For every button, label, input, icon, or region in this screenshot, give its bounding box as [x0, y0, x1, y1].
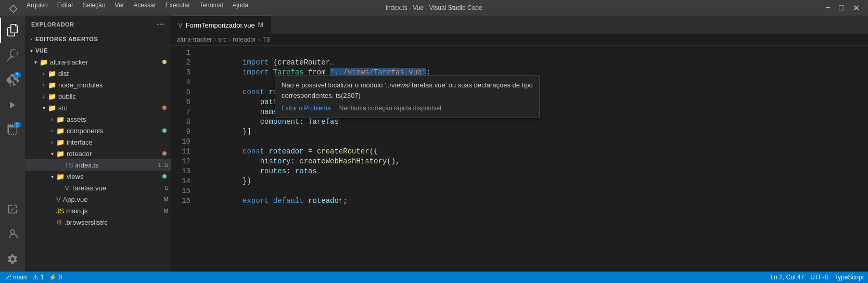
open-editors-label: EDITORES ABERTOS — [35, 36, 98, 42]
menu-ajuda[interactable]: Ajuda — [228, 1, 253, 15]
folder-icon-public: 📁 — [48, 93, 56, 100]
file-status-main: M — [164, 208, 169, 214]
activity-search[interactable] — [0, 43, 25, 68]
tooltip-show-problem[interactable]: Exibir o Problema — [282, 104, 331, 113]
git-badge: 7 — [14, 72, 21, 78]
tree-item-src[interactable]: ▾ 📁 src — [25, 102, 171, 113]
open-editors-section[interactable]: › EDITORES ABERTOS — [25, 33, 171, 45]
activity-remote[interactable] — [0, 197, 25, 222]
code-line-8: }] — [197, 117, 868, 127]
status-line-col[interactable]: Ln 2, Col 47 — [771, 274, 805, 281]
status-git-branch[interactable]: ⎇ main — [4, 274, 27, 281]
activity-explorer[interactable] — [0, 18, 25, 43]
status-errors[interactable]: ⚠ 1 ⚡ 0 — [33, 274, 62, 281]
editor-area: V FormTemporizador.vue M alura-tracker ›… — [171, 16, 868, 272]
status-dot-src — [162, 106, 167, 110]
vue-section[interactable]: ▾ VUE — [25, 45, 171, 56]
tree-item-roteador[interactable]: ▾ 📁 roteador — [25, 148, 171, 159]
tab-form-temporizador[interactable]: V FormTemporizador.vue M — [171, 16, 271, 34]
tree-item-components[interactable]: › 📁 components — [25, 125, 171, 136]
menu-selecao[interactable]: Seleção — [79, 1, 109, 15]
code-line-16 — [197, 196, 868, 206]
status-dot-alura-tracker — [162, 60, 167, 64]
extensions-badge: 2 — [14, 122, 21, 128]
breadcrumb-sep-1: › — [214, 36, 216, 43]
activity-settings[interactable] — [0, 247, 25, 272]
ts-icon-index: TS — [65, 161, 73, 169]
tree-item-app-vue[interactable]: V App.vue M — [25, 194, 171, 205]
folder-icon-node-modules: 📁 — [48, 81, 56, 89]
menu-acessar[interactable]: Acessar — [129, 1, 160, 15]
code-editor[interactable]: Não é possível localizar o módulo '../vi… — [171, 46, 868, 272]
breadcrumb-part-4[interactable]: TS — [262, 36, 270, 43]
status-dot-components — [162, 128, 167, 133]
code-line-2: import Tarefas from '../views/Tarefas.vu… — [197, 58, 868, 68]
folder-icon-src: 📁 — [48, 104, 56, 112]
tooltip-no-fix: Nenhuma correção rápida disponível — [339, 104, 441, 113]
window-controls[interactable]: − □ ✕ — [822, 3, 863, 13]
error-tooltip: Não é possível localizar o módulo '../vi… — [275, 75, 540, 118]
tree-item-index-ts[interactable]: TS index.ts 1, U — [25, 159, 171, 171]
folder-label-node-modules: node_modules — [58, 81, 103, 89]
folder-icon-alura-tracker: 📁 — [40, 58, 48, 66]
status-language[interactable]: TypeScript — [834, 274, 864, 281]
sidebar: EXPLORADOR ··· › EDITORES ABERTOS ▾ VUE … — [25, 16, 171, 272]
menu-vscode-icon[interactable]: ◇ — [5, 1, 21, 15]
folder-icon-interface: 📁 — [56, 138, 65, 146]
tree-item-public[interactable]: › 📁 public — [25, 91, 171, 102]
menu-ver[interactable]: Ver — [110, 1, 128, 15]
folder-icon-views: 📁 — [56, 173, 65, 181]
tab-label: FormTemporizador.vue — [186, 21, 255, 29]
tooltip-line2: correspondentes. ts(2307) — [282, 92, 361, 99]
status-right: Ln 2, Col 47 UTF-8 TypeScript — [771, 274, 864, 281]
menu-terminal[interactable]: Terminal — [195, 1, 227, 15]
sidebar-more-button[interactable]: ··· — [157, 20, 164, 29]
tree-item-views[interactable]: ▾ 📁 views — [25, 171, 171, 182]
code-line-10: const roteador = createRouter({ — [197, 137, 868, 147]
breadcrumb: alura-tracker › src › roteador › TS — [171, 34, 868, 46]
file-status-tarefas: U — [164, 185, 169, 191]
tree-item-browserslistrc[interactable]: ⚙ .browserslistrc — [25, 216, 171, 228]
file-label-index-ts: index.ts — [75, 161, 99, 169]
code-line-13: }) — [197, 166, 868, 176]
minimize-button[interactable]: − — [822, 3, 833, 13]
activity-extensions[interactable]: 2 — [0, 118, 25, 143]
menu-executar[interactable]: Executar — [161, 1, 194, 15]
config-icon-browserslistrc: ⚙ — [56, 218, 62, 226]
code-line-1: import {createRouter… — [197, 48, 868, 58]
tree-item-assets[interactable]: › 📁 assets — [25, 113, 171, 125]
file-label-tarefas-vue: Tarefas.vue — [71, 184, 106, 192]
maximize-button[interactable]: □ — [836, 3, 847, 13]
folder-label-interface: interface — [67, 138, 93, 146]
close-button[interactable]: ✕ — [850, 3, 863, 13]
file-label-browserslistrc: .browserslistrc — [65, 218, 108, 226]
status-encoding[interactable]: UTF-8 — [810, 274, 828, 281]
tree-item-main-js[interactable]: JS main.js M — [25, 205, 171, 216]
menu-editar[interactable]: Editar — [53, 1, 78, 15]
breadcrumb-part-3[interactable]: roteador — [233, 36, 256, 43]
breadcrumb-part-2[interactable]: src — [218, 36, 226, 43]
tree-item-tarefas-vue[interactable]: V Tarefas.vue U — [25, 182, 171, 194]
tooltip-message: Não é possível localizar o módulo '../vi… — [282, 80, 533, 100]
folder-label-roteador: roteador — [67, 150, 92, 158]
vue-icon-tarefas: V — [65, 184, 69, 192]
vue-icon-app: V — [56, 196, 61, 203]
activity-bottom — [0, 197, 25, 272]
open-editors-arrow: › — [27, 36, 35, 42]
line-numbers: 1 2 3 4 5 6 7 8 9 10 11 12 13 14 15 16 — [171, 46, 197, 272]
activity-account[interactable] — [0, 222, 25, 247]
tree-item-dist[interactable]: › 📁 dist — [25, 68, 171, 79]
menu-bar[interactable]: ◇ Arquivo Editar Seleção Ver Acessar Exe… — [5, 1, 252, 15]
tree-item-interface[interactable]: › 📁 interface — [25, 136, 171, 148]
activity-run[interactable] — [0, 93, 25, 118]
tooltip-line1: Não é possível localizar o módulo '../vi… — [282, 81, 533, 89]
activity-git[interactable]: 7 — [0, 68, 25, 93]
tab-modified-indicator: M — [258, 21, 263, 29]
tree-item-alura-tracker[interactable]: ▾ 📁 alura-tracker — [25, 56, 171, 68]
folder-label-alura-tracker: alura-tracker — [50, 58, 88, 66]
menu-arquivo[interactable]: Arquivo — [22, 1, 52, 15]
tree-item-node-modules[interactable]: › 📁 node_modules — [25, 79, 171, 91]
breadcrumb-part-1[interactable]: alura-tracker — [177, 36, 212, 43]
tooltip-actions: Exibir o Problema Nenhuma correção rápid… — [282, 104, 533, 113]
main-layout: 7 2 EXPLORADOR ··· › — [0, 16, 868, 272]
